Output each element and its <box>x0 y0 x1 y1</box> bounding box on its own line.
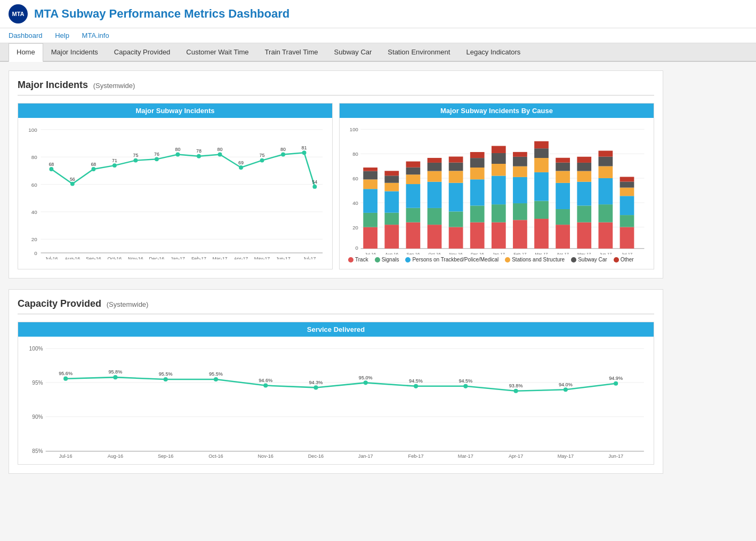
svg-rect-99 <box>449 156 463 162</box>
svg-rect-148 <box>598 150 613 156</box>
service-delivered-header: Service Delivered <box>18 322 654 337</box>
svg-point-22 <box>239 165 243 170</box>
svg-text:80: 80 <box>352 151 358 157</box>
legend-persons-label: Persons on Trackbed/Police/Medical <box>412 257 498 262</box>
svg-rect-119 <box>513 157 527 166</box>
svg-rect-146 <box>598 166 613 178</box>
svg-rect-110 <box>492 176 506 204</box>
svg-text:80: 80 <box>175 147 181 152</box>
svg-rect-81 <box>406 208 421 222</box>
bar-chart-legend: Track Signals Persons on Trackbed/Police… <box>344 254 649 265</box>
svg-text:Feb-17: Feb-17 <box>408 454 424 459</box>
svg-text:Jul-16: Jul-16 <box>45 256 58 259</box>
svg-rect-125 <box>534 158 549 172</box>
svg-text:69: 69 <box>238 160 244 165</box>
svg-rect-122 <box>534 219 549 249</box>
svg-text:95.6%: 95.6% <box>59 371 73 376</box>
capacity-provided-title: Capacity Provided <box>18 298 101 309</box>
svg-text:68: 68 <box>91 162 96 167</box>
svg-rect-95 <box>449 211 463 227</box>
svg-point-176 <box>614 381 618 386</box>
svg-text:95.0%: 95.0% <box>359 375 373 380</box>
legend-signals: Signals <box>375 257 399 262</box>
svg-text:Nov-16: Nov-16 <box>128 256 143 259</box>
tab-legacy-indicators[interactable]: Legacy Indicators <box>458 43 528 61</box>
capacity-provided-subtitle: (Systemwide) <box>107 300 149 308</box>
service-delivered-body: 100% 95% 90% 85% <box>18 337 654 464</box>
svg-text:May-17: May-17 <box>254 256 270 259</box>
svg-rect-84 <box>406 168 421 174</box>
tab-station-environment[interactable]: Station Environment <box>380 43 458 61</box>
svg-point-15 <box>91 167 95 171</box>
svg-text:Mar-17: Mar-17 <box>535 252 548 254</box>
nav-help[interactable]: Help <box>55 31 69 39</box>
svg-rect-101 <box>470 222 485 249</box>
legend-signals-label: Signals <box>382 257 399 262</box>
svg-point-174 <box>514 389 518 393</box>
line-chart-svg: 100 80 60 40 20 0 <box>22 122 328 259</box>
svg-text:60: 60 <box>352 176 358 181</box>
svg-text:Jul-17: Jul-17 <box>622 252 633 254</box>
nav-dashboard[interactable]: Dashboard <box>9 31 43 39</box>
svg-rect-138 <box>577 182 591 206</box>
svg-point-25 <box>302 150 307 155</box>
svg-text:71: 71 <box>112 158 117 163</box>
legend-stations-icon <box>505 257 510 262</box>
svg-rect-74 <box>384 213 399 225</box>
svg-rect-133 <box>556 163 570 171</box>
svg-rect-82 <box>406 184 421 208</box>
tab-home[interactable]: Home <box>9 43 43 62</box>
svg-rect-83 <box>406 174 421 184</box>
svg-text:Jul-17: Jul-17 <box>303 256 316 259</box>
svg-rect-89 <box>428 182 442 208</box>
svg-rect-118 <box>513 166 527 177</box>
major-incidents-title: Major Incidents <box>18 79 88 90</box>
capacity-provided-section: Capacity Provided (Systemwide) Service D… <box>9 289 663 474</box>
svg-text:Jun-17: Jun-17 <box>276 256 290 259</box>
tab-subway-car[interactable]: Subway Car <box>326 43 380 61</box>
svg-text:Dec-16: Dec-16 <box>471 252 484 254</box>
legend-subway-car: Subway Car <box>571 257 607 262</box>
nav-mta-info[interactable]: MTA.info <box>82 31 109 39</box>
tab-major-incidents[interactable]: Major Incidents <box>43 43 106 61</box>
main-content: Major Incidents (Systemwide) Major Subwa… <box>0 62 672 493</box>
svg-point-175 <box>564 387 568 392</box>
svg-rect-92 <box>428 158 442 163</box>
svg-text:Apr-17: Apr-17 <box>509 454 523 459</box>
svg-text:93.8%: 93.8% <box>509 383 523 388</box>
svg-point-173 <box>463 384 468 388</box>
svg-text:95.5%: 95.5% <box>159 371 173 377</box>
svg-text:78: 78 <box>196 148 202 154</box>
svg-text:94.5%: 94.5% <box>409 378 423 384</box>
tab-train-travel-time[interactable]: Train Travel Time <box>257 43 326 61</box>
svg-point-169 <box>263 384 268 388</box>
svg-text:Jul-16: Jul-16 <box>59 454 73 459</box>
svg-rect-134 <box>556 158 570 163</box>
svg-rect-116 <box>513 203 527 220</box>
svg-rect-112 <box>492 153 506 164</box>
legend-signals-icon <box>375 257 380 262</box>
svg-rect-102 <box>470 205 485 222</box>
svg-point-16 <box>112 163 117 168</box>
svg-text:Mar-17: Mar-17 <box>212 256 227 259</box>
svg-text:Mar-17: Mar-17 <box>458 454 473 459</box>
major-incidents-line-chart: Major Subway Incidents 100 80 60 40 20 0 <box>18 103 333 269</box>
svg-rect-104 <box>470 168 485 179</box>
legend-persons-icon <box>405 257 411 262</box>
svg-text:90%: 90% <box>32 414 43 420</box>
svg-rect-91 <box>428 163 442 171</box>
major-incidents-section: Major Incidents (Systemwide) Major Subwa… <box>9 70 663 279</box>
svg-text:Dec-16: Dec-16 <box>149 256 165 259</box>
svg-text:81: 81 <box>302 145 307 150</box>
svg-text:40: 40 <box>31 209 37 215</box>
tab-capacity-provided[interactable]: Capacity Provided <box>106 43 179 61</box>
svg-text:Oct-16: Oct-16 <box>429 252 441 254</box>
service-delivered-chart-box: Service Delivered 100% 95% 90% 85% <box>18 322 654 465</box>
svg-point-170 <box>313 386 318 390</box>
legend-subway-car-icon <box>571 257 576 262</box>
svg-text:Apr-17: Apr-17 <box>234 256 248 259</box>
svg-rect-105 <box>470 158 485 168</box>
tab-customer-wait-time[interactable]: Customer Wait Time <box>178 43 256 61</box>
svg-text:Aug-16: Aug-16 <box>65 256 81 259</box>
svg-point-23 <box>260 158 264 163</box>
